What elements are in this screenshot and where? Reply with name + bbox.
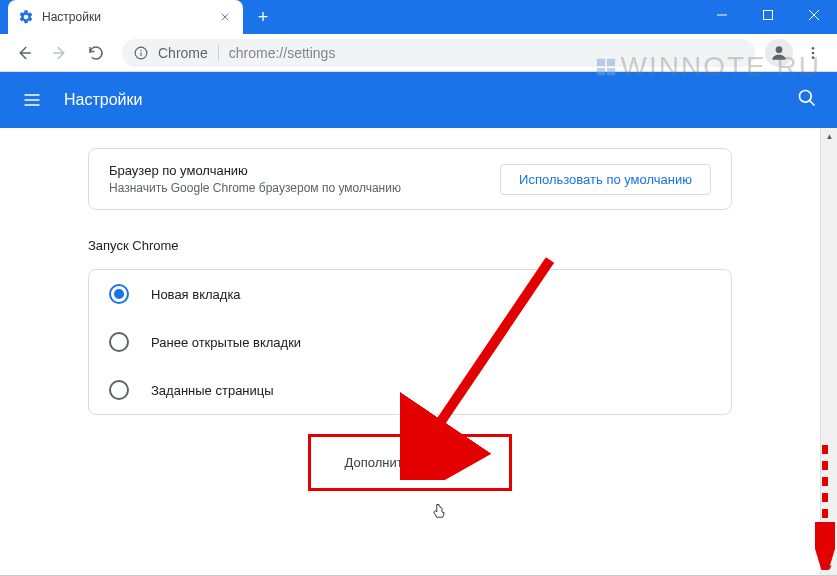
- hamburger-menu-icon[interactable]: [20, 88, 44, 112]
- radio-label: Новая вкладка: [151, 287, 241, 302]
- default-browser-subtitle: Назначить Google Chrome браузером по умо…: [109, 181, 500, 195]
- vertical-scrollbar[interactable]: ▲ ▼: [820, 128, 837, 576]
- radio-label: Заданные страницы: [151, 383, 274, 398]
- radio-icon: [109, 380, 129, 400]
- scroll-up-arrow[interactable]: ▲: [821, 128, 837, 145]
- startup-option-new-tab[interactable]: Новая вкладка: [89, 270, 731, 318]
- svg-point-9: [800, 91, 812, 103]
- svg-point-3: [140, 49, 141, 50]
- url-scheme-label: Chrome: [158, 45, 208, 61]
- browser-toolbar: Chrome chrome://settings: [0, 34, 837, 72]
- kebab-menu-icon[interactable]: [797, 37, 829, 69]
- omnibox-separator: [218, 45, 219, 61]
- svg-rect-1: [764, 11, 773, 20]
- profile-avatar[interactable]: [765, 39, 793, 67]
- svg-point-6: [812, 47, 815, 50]
- startup-section-title: Запуск Chrome: [88, 232, 732, 263]
- advanced-label: Дополнительные: [345, 455, 448, 470]
- settings-header: Настройки: [0, 72, 837, 128]
- url-text: chrome://settings: [229, 45, 336, 61]
- address-bar[interactable]: Chrome chrome://settings: [122, 39, 755, 67]
- close-tab-icon[interactable]: [217, 9, 233, 25]
- default-browser-title: Браузер по умолчанию: [109, 163, 500, 178]
- tab-title: Настройки: [42, 10, 209, 24]
- svg-point-7: [812, 51, 815, 54]
- site-info-icon[interactable]: [134, 46, 148, 60]
- window-titlebar: Настройки +: [0, 0, 837, 34]
- scroll-down-arrow[interactable]: ▼: [821, 559, 837, 576]
- new-tab-button[interactable]: +: [249, 3, 277, 31]
- svg-point-8: [812, 56, 815, 59]
- make-default-button[interactable]: Использовать по умолчанию: [500, 164, 711, 195]
- radio-icon: [109, 332, 129, 352]
- radio-icon: [109, 284, 129, 304]
- browser-tab[interactable]: Настройки: [8, 0, 243, 34]
- startup-card: Новая вкладка Ранее открытые вкладки Зад…: [88, 269, 732, 415]
- page-title: Настройки: [64, 91, 142, 109]
- search-icon[interactable]: [797, 88, 817, 112]
- settings-content: Браузер по умолчанию Назначить Google Ch…: [0, 128, 837, 576]
- svg-line-10: [810, 101, 815, 106]
- window-controls: [699, 0, 837, 30]
- back-button[interactable]: [8, 37, 40, 69]
- forward-button[interactable]: [44, 37, 76, 69]
- close-window-button[interactable]: [791, 0, 837, 30]
- startup-option-specific[interactable]: Заданные страницы: [89, 366, 731, 414]
- svg-rect-4: [140, 52, 141, 56]
- gear-icon: [18, 9, 34, 25]
- reload-button[interactable]: [80, 37, 112, 69]
- radio-label: Ранее открытые вкладки: [151, 335, 301, 350]
- chevron-down-icon: [467, 460, 475, 465]
- advanced-toggle-button[interactable]: Дополнительные: [311, 437, 510, 488]
- startup-option-continue[interactable]: Ранее открытые вкладки: [89, 318, 731, 366]
- maximize-button[interactable]: [745, 0, 791, 30]
- default-browser-card: Браузер по умолчанию Назначить Google Ch…: [88, 148, 732, 210]
- svg-point-5: [776, 46, 783, 53]
- minimize-button[interactable]: [699, 0, 745, 30]
